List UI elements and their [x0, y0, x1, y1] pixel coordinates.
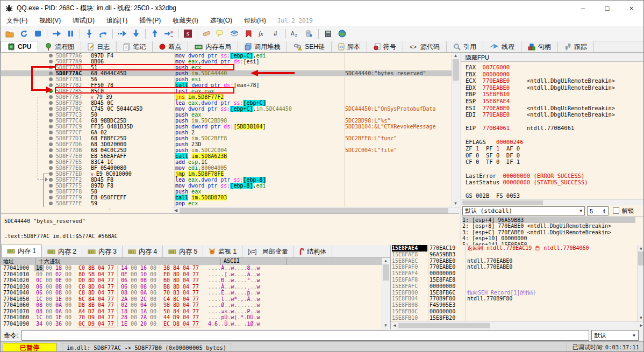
- attach-button[interactable]: [303, 27, 316, 40]
- tab-笔记[interactable]: 笔记: [117, 41, 153, 52]
- tab-脚本[interactable]: <>脚本: [332, 41, 367, 52]
- disasm-row[interactable]: 5D8F77BCC745 0C 5044C45Dmov dword ptr ss…: [1, 106, 452, 112]
- disasm-row[interactable]: 5D8F77C350push eax: [1, 112, 452, 118]
- instruction-dot[interactable]: [49, 54, 53, 58]
- step-out-button[interactable]: [130, 27, 142, 40]
- menu-item-7[interactable]: 选项(O): [204, 16, 238, 26]
- instruction-dot[interactable]: [49, 196, 53, 199]
- dump-row[interactable]: 7704104006000800C88D047708000A0070830477…: [1, 290, 382, 296]
- register-line[interactable]: EDI 770EABE0 <ntdll.DbgUiRemoteBreakin>: [466, 111, 643, 118]
- tab-跟踪[interactable]: 跟踪: [558, 41, 594, 52]
- disasm-row[interactable]: 5D8F77A98B06mov eax,dword ptr ds:[esi]: [1, 59, 452, 64]
- register-line[interactable]: [466, 118, 643, 125]
- instruction-dot[interactable]: [49, 178, 53, 182]
- step-into-button[interactable]: [83, 27, 96, 40]
- instruction-dot[interactable]: [49, 77, 53, 81]
- register-line[interactable]: [466, 132, 643, 139]
- dump-row[interactable]: 77041090340036000CD904771E002000ECD80477…: [1, 321, 382, 327]
- menu-item-2[interactable]: 视图(V): [33, 16, 67, 26]
- assemble-button[interactable]: Az: [289, 27, 302, 40]
- disasm-row[interactable]: 5D8F77E8BF 05400080mov edi,80004005: [1, 165, 452, 171]
- disasm-row[interactable]: 5D8F77FE59pop ecx: [1, 200, 452, 206]
- tab-断点[interactable]: 断点: [153, 41, 188, 52]
- dump-row[interactable]: 770410501C001E006C8404772A002C00C48C0477…: [1, 296, 382, 303]
- dump-row[interactable]: 7704106008000A00D88B047702000400988D0477…: [1, 302, 382, 308]
- label-button[interactable]: [228, 27, 241, 40]
- command-input[interactable]: [22, 330, 589, 341]
- disasm-row[interactable]: 5D8F77EDv E9 0C010000jmp im.5D8F78FE: [1, 171, 452, 177]
- disasm-row[interactable]: 5D8F77B7v 79 39jns im.5D8F77F2: [1, 94, 452, 100]
- register-line[interactable]: ESI 770EABE0 <ntdll.DbgUiRemoteBreakin>: [466, 105, 643, 112]
- run-to-cursor-button[interactable]: [116, 27, 128, 40]
- restart-button[interactable]: [17, 27, 30, 40]
- instruction-dot[interactable]: [49, 71, 53, 75]
- instruction-dot[interactable]: [49, 83, 53, 87]
- instruction-dot[interactable]: [49, 190, 53, 193]
- instruction-dot[interactable]: [49, 107, 53, 111]
- register-line[interactable]: CF 0 TF 0 IF 1: [466, 159, 643, 166]
- bookmark-button[interactable]: [242, 27, 255, 40]
- disasm-row[interactable]: 5D8F77E0E8 56EAFAFFcall im.5D8A623B: [1, 153, 452, 159]
- tab-调用堆栈[interactable]: 调用堆栈: [238, 41, 287, 52]
- instruction-dot[interactable]: [49, 142, 53, 146]
- menu-item-8[interactable]: 帮助(H): [238, 16, 272, 26]
- hex-dump-rows[interactable]: 7704100016001800C08B04771400160038840477…: [1, 265, 382, 329]
- disasm-row[interactable]: 5D8F77B98D45 0Clea eax,dword ptr ss:[ebp…: [1, 100, 452, 106]
- register-line[interactable]: ESP 15E8FAE4: [466, 98, 643, 105]
- stack-horizontal-scrollbar[interactable]: ◀ ▶: [391, 321, 644, 329]
- instruction-dot[interactable]: [49, 131, 53, 134]
- instruction-dot[interactable]: [49, 113, 53, 117]
- disasm-row[interactable]: 5D8F77AC68 4044C45Dpush im.5DC444405DC44…: [1, 70, 452, 76]
- run-to-user-code-button[interactable]: [162, 27, 175, 40]
- instruction-dot[interactable]: [49, 202, 53, 205]
- dump-row[interactable]: 7704101000000200805B04770E001000E08D0477…: [1, 271, 382, 278]
- instruction-dot[interactable]: [49, 154, 53, 158]
- dump-tab-内存 5[interactable]: 内存 5: [163, 246, 203, 257]
- disasm-row[interactable]: 5D8F77D168 F8BFC25Dpush im.5DC2BFF85DC2B…: [1, 135, 452, 141]
- hide-fpu-button[interactable]: 隐藏FPU: [461, 53, 644, 62]
- disasm-row[interactable]: 5D8F77C468 98BDC25Dpush im.5DC2BD985DC2B…: [1, 118, 452, 124]
- disasm-row[interactable]: 5D8F77F28D45 F8lea eax,dword ptr ss:[ebp…: [1, 177, 452, 183]
- dump-row[interactable]: 7704103006000800C08D047706000800B88D0477…: [1, 284, 382, 290]
- dump-vertical-scrollbar[interactable]: ▲ ▼: [382, 258, 389, 329]
- tab-线程[interactable]: 线程: [483, 41, 521, 52]
- disasm-row[interactable]: 5D8F77F9E8 050FFEFFcall im.5D8D8703: [1, 195, 452, 200]
- disasm-row[interactable]: 5D8F77CF6A 02push 2: [1, 130, 452, 135]
- register-line[interactable]: EAX 007C6000: [466, 64, 643, 71]
- tab-句柄[interactable]: 句柄: [521, 41, 558, 52]
- tab-符号[interactable]: 符号: [367, 41, 403, 52]
- hash-button[interactable]: #: [270, 27, 283, 40]
- unlock-checkbox[interactable]: [613, 207, 619, 214]
- instruction-dot[interactable]: [49, 95, 53, 99]
- register-line[interactable]: EDX 770EABE0 <ntdll.DbgUiRemoteBreakin>: [466, 84, 643, 91]
- calling-convention-select[interactable]: 默认 (stdcall)▼: [462, 206, 585, 215]
- disasm-row[interactable]: 5D8F77A6897D F4mov dword ptr ss:[ebp-C],…: [1, 53, 452, 59]
- scylla-button[interactable]: S: [181, 27, 194, 40]
- disasm-row[interactable]: 5D8F77D668 3D020000push 23D: [1, 141, 452, 147]
- instruction-dot[interactable]: [49, 184, 53, 188]
- dump-tab-监视 1[interactable]: 监视 1: [203, 246, 242, 257]
- register-line[interactable]: OF 0 SF 0 DF 0: [466, 152, 643, 159]
- execute-till-return-button[interactable]: [148, 27, 161, 40]
- argument-count-spinner[interactable]: 5 ▲▼: [587, 206, 609, 215]
- menu-item-5[interactable]: 插件(P): [133, 16, 167, 26]
- instruction-dot[interactable]: [49, 148, 53, 152]
- dump-row[interactable]: 7704100016001800C08B04771400160038840477…: [1, 265, 382, 271]
- disasm-row[interactable]: 5D8F77B2FF50 78call dword ptr ds:[eax+78…: [1, 82, 452, 88]
- disasm-horizontal-scrollbar[interactable]: ◀: [172, 207, 459, 213]
- argument-row[interactable]: 1: [esp+4] 96A59BB3: [462, 217, 635, 223]
- stack-vertical-scrollbar[interactable]: ▲ ▼: [637, 245, 644, 321]
- disasm-vertical-scrollbar[interactable]: ▲▼: [452, 53, 459, 207]
- menu-item-1[interactable]: 文件(F): [1, 16, 33, 26]
- tab-流程图[interactable]: 流程图: [38, 41, 81, 52]
- menu-item-3[interactable]: 调试(D): [67, 16, 101, 26]
- register-line[interactable]: EIP 770B4061 ntdll.770B4061: [466, 125, 643, 132]
- function-button[interactable]: fx: [256, 27, 269, 40]
- stack-pane[interactable]: 15E8FAE4770EAC19返回到 ntdll.770EAC19 自 ntd…: [390, 245, 644, 329]
- instruction-dot[interactable]: [49, 60, 53, 63]
- registers-horizontal-scrollbar[interactable]: [461, 199, 644, 205]
- patch-button[interactable]: [200, 27, 213, 40]
- disasm-row[interactable]: 5D8F77F5897D F8mov dword ptr ss:[ebp-8],…: [1, 183, 452, 189]
- minimize-button[interactable]: –: [571, 1, 595, 16]
- menu-item-6[interactable]: 收藏夹(I): [167, 16, 204, 26]
